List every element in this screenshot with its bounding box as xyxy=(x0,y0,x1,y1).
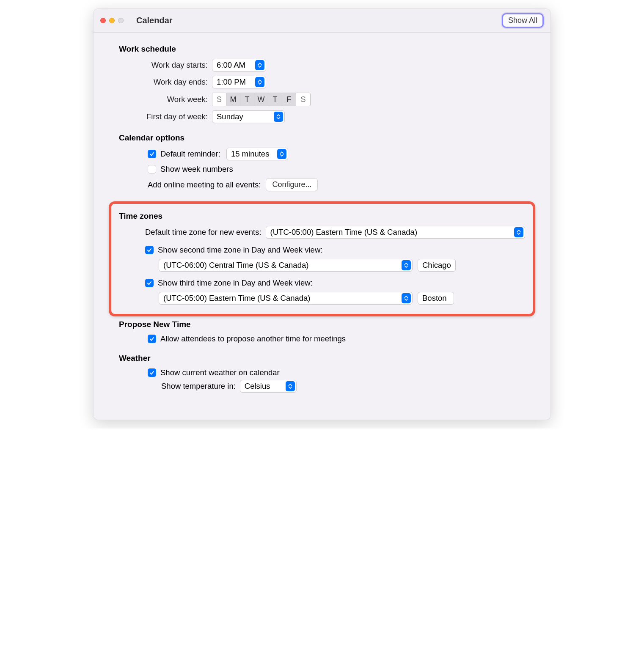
dropdown-stepper-icon xyxy=(286,381,295,391)
second-time-zone-name-input[interactable]: Chicago xyxy=(418,259,456,272)
third-time-zone-value: (UTC-05:00) Eastern Time (US & Canada) xyxy=(163,294,400,303)
default-time-zone-select[interactable]: (UTC-05:00) Eastern Time (US & Canada) xyxy=(266,226,525,239)
titlebar: Calendar Show All xyxy=(94,9,550,33)
day-toggle-mon[interactable]: M xyxy=(226,93,240,106)
weather-heading: Weather xyxy=(119,354,525,363)
show-all-button[interactable]: Show All xyxy=(502,13,544,28)
default-reminder-label: Default reminder: xyxy=(160,149,220,159)
window-title: Calendar xyxy=(136,16,173,25)
time-zones-section: Time zones Default time zone for new eve… xyxy=(119,212,525,305)
third-time-zone-select[interactable]: (UTC-05:00) Eastern Time (US & Canada) xyxy=(159,292,413,305)
propose-new-time-heading: Propose New Time xyxy=(119,320,525,329)
default-time-zone-value: (UTC-05:00) Eastern Time (US & Canada) xyxy=(270,228,513,237)
dropdown-stepper-icon xyxy=(277,149,286,159)
calendar-options-heading: Calendar options xyxy=(119,133,525,143)
show-week-numbers-label: Show week numbers xyxy=(160,165,233,174)
third-time-zone-checkbox[interactable] xyxy=(145,279,154,287)
default-reminder-checkbox[interactable] xyxy=(148,150,156,158)
time-zones-highlight: Time zones Default time zone for new eve… xyxy=(109,201,535,316)
work-schedule-heading: Work schedule xyxy=(119,44,525,54)
third-time-zone-label: Show third time zone in Day and Week vie… xyxy=(158,278,313,288)
default-reminder-value: 15 minutes xyxy=(231,149,276,159)
day-toggle-thu[interactable]: T xyxy=(268,93,282,106)
propose-new-time-section: Propose New Time Allow attendees to prop… xyxy=(119,320,525,343)
work-day-ends-select[interactable]: 1:00 PM xyxy=(212,76,266,88)
time-zones-heading: Time zones xyxy=(119,212,525,221)
day-toggle-sat[interactable]: S xyxy=(296,93,310,106)
weather-section: Weather Show current weather on calendar… xyxy=(119,354,525,393)
work-day-starts-value: 6:00 AM xyxy=(217,60,254,70)
close-window-button[interactable] xyxy=(100,18,106,23)
allow-propose-time-checkbox[interactable] xyxy=(148,335,156,343)
allow-propose-time-label: Allow attendees to propose another time … xyxy=(160,334,346,343)
work-day-starts-select[interactable]: 6:00 AM xyxy=(212,59,266,71)
work-day-ends-value: 1:00 PM xyxy=(217,77,254,87)
zoom-window-button[interactable] xyxy=(118,18,124,23)
temperature-unit-value: Celsius xyxy=(245,382,284,391)
default-reminder-select[interactable]: 15 minutes xyxy=(226,148,288,160)
second-time-zone-label: Show second time zone in Day and Week vi… xyxy=(158,245,322,255)
day-toggle-sun[interactable]: S xyxy=(212,93,226,106)
work-week-label: Work week: xyxy=(119,95,212,104)
show-week-numbers-checkbox[interactable] xyxy=(148,165,156,173)
preferences-window: Calendar Show All Work schedule Work day… xyxy=(93,8,551,420)
content-area: Work schedule Work day starts: 6:00 AM W… xyxy=(94,33,550,420)
work-week-days: S M T W T F S xyxy=(212,93,311,106)
minimize-window-button[interactable] xyxy=(109,18,115,23)
day-toggle-fri[interactable]: F xyxy=(282,93,296,106)
default-time-zone-label: Default time zone for new events: xyxy=(145,228,261,237)
temperature-unit-label: Show temperature in: xyxy=(161,382,236,391)
day-toggle-tue[interactable]: T xyxy=(240,93,254,106)
work-day-ends-label: Work day ends: xyxy=(119,77,212,87)
dropdown-stepper-icon xyxy=(402,293,411,303)
dropdown-stepper-icon xyxy=(514,227,523,237)
first-day-of-week-value: Sunday xyxy=(217,112,272,121)
work-schedule-section: Work schedule Work day starts: 6:00 AM W… xyxy=(119,44,525,123)
third-time-zone-name-input[interactable]: Boston xyxy=(418,292,454,305)
work-day-starts-label: Work day starts: xyxy=(119,60,212,70)
add-online-meeting-label: Add online meeting to all events: xyxy=(148,180,261,190)
calendar-options-section: Calendar options Default reminder: 15 mi… xyxy=(119,133,525,191)
day-toggle-wed[interactable]: W xyxy=(254,93,268,106)
second-time-zone-select[interactable]: (UTC-06:00) Central Time (US & Canada) xyxy=(159,259,413,272)
first-day-of-week-select[interactable]: Sunday xyxy=(212,110,285,123)
show-weather-checkbox[interactable] xyxy=(148,368,156,377)
dropdown-stepper-icon xyxy=(255,77,264,87)
dropdown-stepper-icon xyxy=(274,112,283,122)
window-controls xyxy=(100,18,124,23)
second-time-zone-checkbox[interactable] xyxy=(145,246,154,254)
show-weather-label: Show current weather on calendar xyxy=(160,368,280,377)
temperature-unit-select[interactable]: Celsius xyxy=(240,380,297,393)
dropdown-stepper-icon xyxy=(402,260,411,270)
dropdown-stepper-icon xyxy=(255,60,264,70)
first-day-of-week-label: First day of week: xyxy=(119,112,212,121)
configure-online-meeting-button[interactable]: Configure... xyxy=(266,178,318,191)
second-time-zone-value: (UTC-06:00) Central Time (US & Canada) xyxy=(163,261,400,270)
